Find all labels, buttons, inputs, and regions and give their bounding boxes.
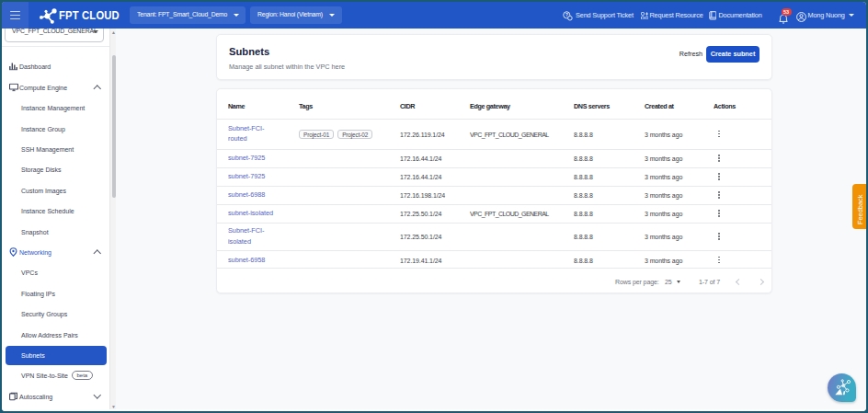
svg-text:?: ? [565, 12, 568, 17]
